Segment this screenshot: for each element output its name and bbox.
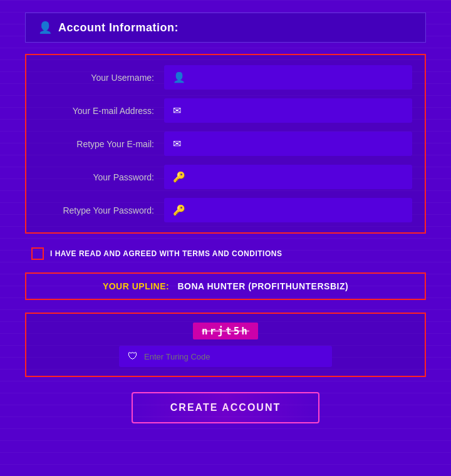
password-input-wrapper[interactable]: 🔑 xyxy=(164,165,412,189)
username-input-wrapper[interactable]: 👤 xyxy=(164,65,412,90)
user-field-icon: 👤 xyxy=(173,71,185,83)
captcha-input[interactable] xyxy=(144,352,323,361)
email-field-icon: ✉ xyxy=(173,105,181,116)
password-input[interactable] xyxy=(189,172,403,182)
retype-password-row: Retype Your Password: 🔑 xyxy=(39,198,412,222)
captcha-code: nrjt5h xyxy=(193,323,258,339)
retype-password-input[interactable] xyxy=(189,205,403,215)
email-label: Your E-mail Address: xyxy=(39,106,164,116)
retype-password-label: Retype Your Password: xyxy=(39,205,164,215)
retype-email-label: Retype Your E-mail: xyxy=(39,139,164,149)
retype-password-input-wrapper[interactable]: 🔑 xyxy=(164,198,412,222)
username-row: Your Username: 👤 xyxy=(39,65,412,90)
upline-label: YOUR UPLINE: xyxy=(103,281,169,291)
terms-checkbox[interactable] xyxy=(31,247,44,260)
captcha-input-row[interactable]: 🛡 xyxy=(119,346,332,367)
upline-name: BONA HUNTER (PROFITHUNTERSBIZ) xyxy=(177,281,348,291)
retype-email-input[interactable] xyxy=(185,139,403,149)
email-input[interactable] xyxy=(185,106,403,116)
password-label: Your Password: xyxy=(39,172,164,182)
email-input-wrapper[interactable]: ✉ xyxy=(164,98,412,123)
username-input[interactable] xyxy=(189,73,403,83)
section-title: Account Information: xyxy=(58,21,179,34)
terms-label: I HAVE READ AND AGREED WITH TERMS AND CO… xyxy=(50,249,282,258)
retype-password-icon: 🔑 xyxy=(173,204,185,216)
retype-email-input-wrapper[interactable]: ✉ xyxy=(164,132,412,156)
email-row: Your E-mail Address: ✉ xyxy=(39,98,412,123)
shield-icon: 🛡 xyxy=(128,351,138,362)
create-account-button[interactable]: CREATE ACCOUNT xyxy=(132,392,319,423)
retype-email-icon: ✉ xyxy=(173,138,181,150)
retype-email-row: Retype Your E-mail: ✉ xyxy=(39,132,412,156)
upline-box: YOUR UPLINE: BONA HUNTER (PROFITHUNTERSB… xyxy=(25,272,426,300)
user-icon: 👤 xyxy=(38,21,52,34)
create-btn-wrapper: CREATE ACCOUNT xyxy=(25,392,426,423)
upline-value xyxy=(172,281,175,291)
password-row: Your Password: 🔑 xyxy=(39,165,412,189)
captcha-container: nrjt5h 🛡 xyxy=(25,313,426,377)
username-label: Your Username: xyxy=(39,73,164,83)
section-header: 👤 Account Information: xyxy=(25,13,426,43)
terms-row: I HAVE READ AND AGREED WITH TERMS AND CO… xyxy=(25,247,426,260)
form-container: Your Username: 👤 Your E-mail Address: ✉ … xyxy=(25,54,426,234)
password-icon: 🔑 xyxy=(173,171,185,183)
